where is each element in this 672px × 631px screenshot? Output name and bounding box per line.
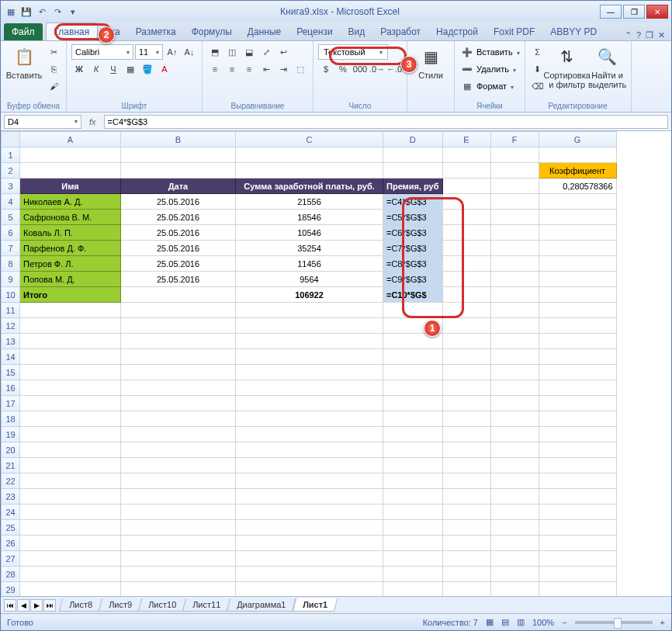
cell-G16[interactable] — [539, 380, 616, 396]
cell-B15[interactable] — [121, 365, 236, 380]
cell-C27[interactable] — [236, 551, 383, 567]
cell-E18[interactable] — [442, 411, 490, 427]
cell-C3[interactable]: Сумма заработной платы, руб. — [236, 179, 383, 194]
tab-file[interactable]: Файл — [4, 23, 43, 40]
inc-decimal-icon[interactable]: .0→ — [369, 61, 385, 77]
cell-B26[interactable] — [121, 536, 236, 551]
cell-C20[interactable] — [236, 442, 383, 458]
row-header-8[interactable]: 8 — [2, 256, 20, 272]
row-header-12[interactable]: 12 — [2, 318, 20, 334]
cell-C23[interactable] — [236, 489, 383, 504]
cell-E5[interactable] — [442, 210, 490, 225]
fill-color-icon[interactable]: 🪣 — [140, 61, 155, 77]
cell-B18[interactable] — [121, 411, 236, 427]
window-restore-icon[interactable]: ❐ — [646, 30, 653, 40]
cell-B23[interactable] — [121, 489, 236, 504]
cell-C1[interactable] — [236, 147, 383, 163]
cell-C21[interactable] — [236, 458, 383, 473]
number-format-select[interactable]: Текстовый — [318, 44, 388, 60]
cell-D24[interactable] — [383, 504, 443, 520]
cell-F24[interactable] — [490, 504, 539, 520]
cell-A13[interactable] — [20, 334, 121, 349]
cell-G10[interactable] — [539, 287, 616, 303]
zoom-in-icon[interactable]: + — [660, 618, 665, 627]
cell-B19[interactable] — [121, 427, 236, 442]
row-header-7[interactable]: 7 — [2, 241, 20, 256]
cell-C4[interactable]: 21556 — [236, 194, 383, 210]
cell-E20[interactable] — [442, 442, 490, 458]
cell-A18[interactable] — [20, 411, 121, 427]
delete-cells-icon[interactable]: ➖ — [459, 61, 475, 77]
cell-F4[interactable] — [490, 194, 539, 210]
cell-B5[interactable]: 25.05.2016 — [121, 210, 236, 225]
cell-E28[interactable] — [442, 567, 490, 582]
format-cells-icon[interactable]: ▦ — [459, 78, 475, 94]
cell-B6[interactable]: 25.05.2016 — [121, 225, 236, 241]
cell-G9[interactable] — [539, 272, 616, 287]
cell-C12[interactable] — [236, 318, 383, 334]
cell-F16[interactable] — [490, 380, 539, 396]
cell-D1[interactable] — [383, 147, 443, 163]
cell-F21[interactable] — [490, 458, 539, 473]
cell-C5[interactable]: 18546 — [236, 210, 383, 225]
cell-E25[interactable] — [442, 520, 490, 536]
cell-F29[interactable] — [490, 582, 539, 597]
copy-icon[interactable]: ⎘ — [46, 61, 61, 77]
cell-F8[interactable] — [490, 256, 539, 272]
cell-E12[interactable] — [442, 318, 490, 334]
cell-C16[interactable] — [236, 380, 383, 396]
cell-C18[interactable] — [236, 411, 383, 427]
cell-C14[interactable] — [236, 349, 383, 365]
cell-E13[interactable] — [442, 334, 490, 349]
sheet-last-icon[interactable]: ⏭ — [43, 599, 56, 612]
cell-F19[interactable] — [490, 427, 539, 442]
cell-C7[interactable]: 35254 — [236, 241, 383, 256]
zoom-level[interactable]: 100% — [532, 618, 554, 627]
cell-A21[interactable] — [20, 458, 121, 473]
cell-G8[interactable] — [539, 256, 616, 272]
cell-F5[interactable] — [490, 210, 539, 225]
row-header-2[interactable]: 2 — [2, 163, 20, 179]
cell-A28[interactable] — [20, 567, 121, 582]
row-header-22[interactable]: 22 — [2, 473, 20, 489]
cell-E6[interactable] — [442, 225, 490, 241]
cell-C28[interactable] — [236, 567, 383, 582]
row-header-6[interactable]: 6 — [2, 225, 20, 241]
cell-B24[interactable] — [121, 504, 236, 520]
cell-G1[interactable] — [539, 147, 616, 163]
col-header-F[interactable]: F — [490, 132, 539, 147]
cell-A6[interactable]: Коваль Л. П. — [20, 225, 121, 241]
maximize-button[interactable]: ❐ — [623, 5, 645, 19]
cell-A20[interactable] — [20, 442, 121, 458]
align-middle-icon[interactable]: ◫ — [224, 44, 240, 60]
cell-A11[interactable] — [20, 303, 121, 318]
cell-C10[interactable]: 106922 — [236, 287, 383, 303]
cell-B12[interactable] — [121, 318, 236, 334]
row-header-13[interactable]: 13 — [2, 334, 20, 349]
name-box[interactable]: D4 — [4, 115, 81, 129]
cell-E22[interactable] — [442, 473, 490, 489]
sheet-next-icon[interactable]: ▶ — [30, 599, 43, 612]
comma-icon[interactable]: 000 — [352, 61, 368, 77]
cell-E26[interactable] — [442, 536, 490, 551]
sheet-tab-Лист9[interactable]: Лист9 — [99, 598, 143, 612]
col-header-C[interactable]: C — [236, 132, 383, 147]
cut-icon[interactable]: ✂ — [46, 44, 61, 60]
cell-A26[interactable] — [20, 536, 121, 551]
sheet-first-icon[interactable]: ⏮ — [4, 599, 16, 612]
cell-A12[interactable] — [20, 318, 121, 334]
cell-D10[interactable]: =C10*$G$ — [383, 287, 443, 303]
cell-G21[interactable] — [539, 458, 616, 473]
cell-B10[interactable] — [121, 287, 236, 303]
cell-D26[interactable] — [383, 536, 443, 551]
save-icon[interactable]: 💾 — [19, 5, 33, 19]
row-header-20[interactable]: 20 — [2, 442, 20, 458]
shrink-font-icon[interactable]: A↓ — [182, 44, 197, 60]
cell-A17[interactable] — [20, 396, 121, 411]
col-header-A[interactable]: A — [20, 132, 121, 147]
align-center-icon[interactable]: ≡ — [224, 61, 240, 77]
cell-G19[interactable] — [539, 427, 616, 442]
view-layout-icon[interactable]: ▤ — [501, 617, 509, 627]
cell-B27[interactable] — [121, 551, 236, 567]
cell-F15[interactable] — [490, 365, 539, 380]
